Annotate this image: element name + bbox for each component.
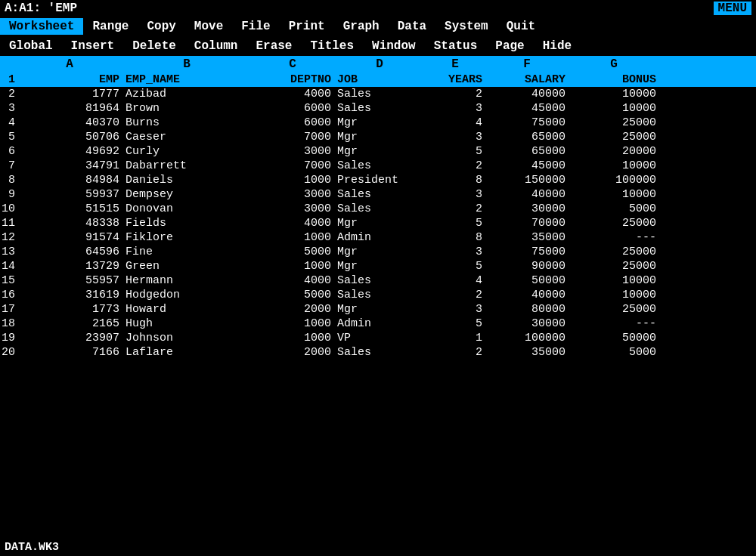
menu2-item-global[interactable]: Global — [0, 38, 62, 54]
job-cell: Sales — [334, 202, 425, 216]
table-row: 440370Burns6000Mgr47500025000 — [0, 116, 756, 130]
emp-cell: 7166 — [17, 345, 122, 360]
table-row: 1051515Donovan3000Sales2300005000 — [0, 202, 756, 216]
name-cell: Daniels — [122, 173, 251, 187]
bonus-cell: --- — [569, 317, 659, 331]
emp-cell: 64596 — [17, 245, 122, 259]
name-cell: Curly — [122, 144, 251, 159]
years-cell: 8 — [425, 173, 485, 187]
salary-cell: 40000 — [485, 87, 569, 101]
menu-label[interactable]: MENU — [714, 2, 751, 15]
job-cell: Sales — [334, 288, 425, 302]
rownum-cell: 13 — [0, 245, 17, 259]
rownum-cell: 20 — [0, 345, 17, 360]
years-cell: 3 — [425, 187, 485, 202]
salary-cell: 35000 — [485, 230, 569, 245]
rownum-cell: 11 — [0, 216, 17, 230]
name-cell: Johnson — [122, 331, 251, 345]
name-cell: Fine — [122, 245, 251, 259]
table-row: 1148338Fields4000Mgr57000025000 — [0, 216, 756, 230]
dept-cell: 5000 — [251, 245, 334, 259]
years-cell: 8 — [425, 230, 485, 245]
bonus-cell: --- — [569, 230, 659, 245]
menu1-item-data[interactable]: Data — [389, 18, 435, 35]
emp-cell: 34791 — [17, 159, 122, 173]
menu2-item-hide[interactable]: Hide — [534, 38, 581, 54]
bonus-cell: 5000 — [569, 345, 659, 360]
dept-cell: 7000 — [251, 130, 334, 144]
col-header-d: D — [334, 56, 425, 73]
table-row: 1291574Fiklore1000Admin835000--- — [0, 230, 756, 245]
emp-cell: 48338 — [17, 216, 122, 230]
years-cell: 2 — [425, 159, 485, 173]
col-header-g: G — [569, 56, 659, 73]
menu2-item-status[interactable]: Status — [425, 38, 487, 54]
emp-cell: 49692 — [17, 144, 122, 159]
menu1-item-graph[interactable]: Graph — [334, 18, 389, 35]
table-row: 1413729Green1000Mgr59000025000 — [0, 259, 756, 273]
menu1-item-worksheet[interactable]: Worksheet — [0, 18, 83, 35]
table-row: 550706Caeser7000Mgr36500025000 — [0, 130, 756, 144]
rownum-cell: 14 — [0, 259, 17, 273]
bonus-cell: 100000 — [569, 173, 659, 187]
dept-cell: 4000 — [251, 273, 334, 288]
menu1-item-copy[interactable]: Copy — [138, 18, 184, 35]
name-cell: Hermann — [122, 273, 251, 288]
dept-cell: 3000 — [251, 187, 334, 202]
column-headers: A B C D E F G — [0, 56, 756, 73]
job-cell: Mgr — [334, 259, 425, 273]
years-cell: 5 — [425, 259, 485, 273]
years-cell: 5 — [425, 216, 485, 230]
years-cell: 2 — [425, 288, 485, 302]
name-cell: Caeser — [122, 130, 251, 144]
rownum-cell: 10 — [0, 202, 17, 216]
name-cell: Hodgedon — [122, 288, 251, 302]
bonus-cell: 5000 — [569, 202, 659, 216]
header-salary: SALARY — [485, 73, 569, 87]
emp-cell: 59937 — [17, 187, 122, 202]
bonus-cell: 20000 — [569, 144, 659, 159]
years-cell: 2 — [425, 87, 485, 101]
menu1-item-quit[interactable]: Quit — [497, 18, 544, 35]
menu1-item-move[interactable]: Move — [185, 18, 232, 35]
menu1-item-file[interactable]: File — [232, 18, 279, 35]
job-cell: Sales — [334, 101, 425, 116]
salary-cell: 75000 — [485, 245, 569, 259]
bonus-cell: 25000 — [569, 216, 659, 230]
dept-cell: 1000 — [251, 173, 334, 187]
salary-cell: 100000 — [485, 331, 569, 345]
bonus-cell: 25000 — [569, 259, 659, 273]
name-cell: Laflare — [122, 345, 251, 360]
salary-cell: 40000 — [485, 288, 569, 302]
job-cell: Sales — [334, 273, 425, 288]
name-cell: Green — [122, 259, 251, 273]
table-row: 21777Azibad4000Sales24000010000 — [0, 87, 756, 101]
menu2-item-page[interactable]: Page — [486, 38, 533, 54]
menu2-item-delete[interactable]: Delete — [123, 38, 185, 54]
job-cell: Sales — [334, 159, 425, 173]
menu2-item-column[interactable]: Column — [185, 38, 247, 54]
bonus-cell: 25000 — [569, 245, 659, 259]
salary-cell: 45000 — [485, 101, 569, 116]
job-cell: Admin — [334, 317, 425, 331]
menu1-item-range[interactable]: Range — [83, 18, 138, 35]
menu1-item-system[interactable]: System — [435, 18, 497, 35]
menu2-item-titles[interactable]: Titles — [301, 38, 363, 54]
emp-cell: 81964 — [17, 101, 122, 116]
job-cell: Mgr — [334, 130, 425, 144]
menu2-item-window[interactable]: Window — [363, 38, 425, 54]
name-cell: Azibad — [122, 87, 251, 101]
salary-cell: 50000 — [485, 273, 569, 288]
menu2-item-erase[interactable]: Erase — [246, 38, 301, 54]
emp-cell: 50706 — [17, 130, 122, 144]
table-row: 207166Laflare2000Sales2350005000 — [0, 345, 756, 360]
menu2-item-insert[interactable]: Insert — [62, 38, 124, 54]
years-cell: 3 — [425, 101, 485, 116]
dept-cell: 1000 — [251, 317, 334, 331]
col-header-c: C — [251, 56, 334, 73]
job-cell: VP — [334, 331, 425, 345]
menu1-item-print[interactable]: Print — [280, 18, 334, 35]
cell-reference: A:A1: 'EMP — [5, 2, 77, 15]
emp-cell: 31619 — [17, 288, 122, 302]
dept-cell: 1000 — [251, 230, 334, 245]
